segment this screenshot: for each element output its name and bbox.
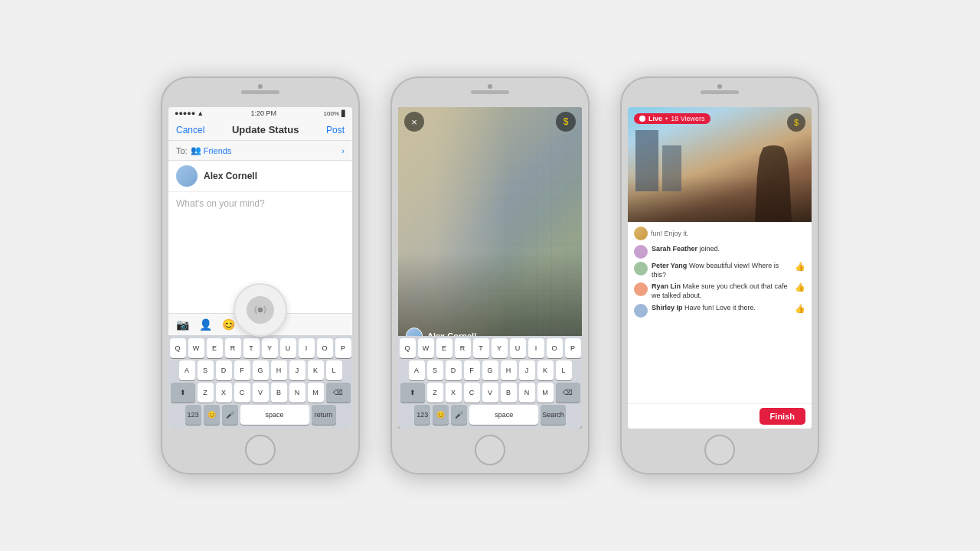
- p2-key-v[interactable]: V: [482, 383, 498, 403]
- audience-row[interactable]: To: 👥 Friends ›: [168, 141, 352, 161]
- close-button[interactable]: ×: [404, 112, 424, 132]
- key-h[interactable]: H: [271, 360, 287, 380]
- kb-row-1: Q W E R T Y U I O P: [170, 338, 351, 358]
- space-key[interactable]: space: [240, 405, 309, 425]
- p2-key-f[interactable]: F: [464, 360, 480, 380]
- comment-avatar-2: [634, 262, 648, 276]
- delete-key[interactable]: ⌫: [326, 383, 351, 403]
- p2-key-k[interactable]: K: [537, 360, 554, 380]
- p2-key-a[interactable]: A: [409, 360, 425, 380]
- p2-key-o[interactable]: O: [547, 338, 563, 358]
- finish-button[interactable]: Finish: [760, 408, 805, 425]
- p3-coin-button[interactable]: $: [787, 113, 805, 132]
- p2-key-z[interactable]: Z: [427, 383, 443, 403]
- kb-row-2: A S D F G H J K L: [170, 360, 351, 380]
- thumb-icon-3[interactable]: 👍: [795, 282, 805, 292]
- signal-dots: ●●●●●: [175, 109, 195, 117]
- p2-key-i[interactable]: I: [528, 338, 544, 358]
- p2-space-key[interactable]: space: [469, 405, 538, 425]
- home-button-1[interactable]: [245, 435, 276, 465]
- comment-avatar-3: [634, 282, 648, 296]
- p2-key-g[interactable]: G: [482, 360, 498, 380]
- key-w[interactable]: W: [188, 338, 204, 358]
- p2-key-y[interactable]: Y: [492, 338, 508, 358]
- key-z[interactable]: Z: [198, 383, 214, 403]
- numbers-key[interactable]: 123: [185, 405, 201, 425]
- p2-mic-key[interactable]: 🎤: [451, 405, 467, 425]
- key-t[interactable]: T: [243, 338, 260, 358]
- emoji-icon[interactable]: 😊: [220, 317, 236, 332]
- key-s[interactable]: S: [198, 360, 214, 380]
- like-icon-2[interactable]: 👍: [795, 262, 805, 272]
- mic-key[interactable]: 🎤: [222, 405, 238, 425]
- p2-delete-key[interactable]: ⌫: [556, 383, 580, 403]
- post-button[interactable]: Post: [326, 125, 345, 135]
- p2-shift-key[interactable]: ⬆: [400, 383, 425, 403]
- emoji-key[interactable]: 😊: [204, 405, 220, 425]
- key-n[interactable]: N: [289, 383, 305, 403]
- p2-search-key[interactable]: Search: [541, 405, 566, 425]
- p2-key-j[interactable]: J: [519, 360, 535, 380]
- return-key[interactable]: return: [312, 405, 336, 425]
- key-j[interactable]: J: [289, 360, 305, 380]
- p2-numbers-key[interactable]: 123: [414, 405, 430, 425]
- live-label: Live: [648, 115, 662, 122]
- key-f[interactable]: F: [234, 360, 250, 380]
- p2-key-e[interactable]: E: [436, 338, 452, 358]
- key-m[interactable]: M: [308, 383, 324, 403]
- p2-key-t[interactable]: T: [473, 338, 489, 358]
- thumb-icon-4[interactable]: 👍: [795, 304, 805, 314]
- key-k[interactable]: K: [308, 360, 324, 380]
- live-button[interactable]: [234, 283, 287, 337]
- fun-comment-text: fun! Enjoy it.: [651, 230, 689, 237]
- nav-bar-1: Cancel Update Status Post: [168, 119, 352, 141]
- p2-key-h[interactable]: H: [501, 360, 517, 380]
- key-e[interactable]: E: [207, 338, 223, 358]
- p2-key-p[interactable]: P: [565, 338, 581, 358]
- home-button-2[interactable]: [475, 435, 505, 465]
- comment-name-4: Shirley Ip: [652, 304, 683, 311]
- p2-key-b[interactable]: B: [501, 383, 517, 403]
- p2-key-n[interactable]: N: [519, 383, 535, 403]
- p2-kb-row-4: 123 😊 🎤 space Search: [400, 405, 580, 425]
- p2-key-w[interactable]: W: [418, 338, 434, 358]
- p2-key-r[interactable]: R: [455, 338, 471, 358]
- key-q[interactable]: Q: [170, 338, 186, 358]
- p2-key-c[interactable]: C: [464, 383, 480, 403]
- key-o[interactable]: O: [317, 338, 333, 358]
- p2-key-d[interactable]: D: [446, 360, 462, 380]
- camera-icon[interactable]: 📷: [175, 317, 190, 332]
- key-p[interactable]: P: [335, 338, 351, 358]
- key-i[interactable]: I: [299, 338, 315, 358]
- p2-key-x[interactable]: X: [446, 383, 462, 403]
- p2-emoji-key[interactable]: 😊: [433, 405, 449, 425]
- p2-key-m[interactable]: M: [537, 383, 554, 403]
- home-button-3[interactable]: [704, 435, 735, 465]
- live-icon: [247, 296, 274, 324]
- p2-key-q[interactable]: Q: [400, 338, 416, 358]
- key-g[interactable]: G: [253, 360, 269, 380]
- cancel-button[interactable]: Cancel: [176, 125, 204, 135]
- p2-key-s[interactable]: S: [427, 360, 443, 380]
- shift-key[interactable]: ⬆: [171, 383, 195, 403]
- key-x[interactable]: X: [216, 383, 232, 403]
- p2-key-l[interactable]: L: [556, 360, 572, 380]
- live-dot: [639, 116, 645, 122]
- tag-icon[interactable]: 👤: [198, 317, 213, 332]
- key-u[interactable]: U: [280, 338, 296, 358]
- avatar: [176, 165, 198, 187]
- p2-key-u[interactable]: U: [510, 338, 526, 358]
- coin-button[interactable]: $: [556, 112, 576, 132]
- key-r[interactable]: R: [225, 338, 241, 358]
- key-v[interactable]: V: [253, 383, 269, 403]
- kb-row-4: 123 😊 🎤 space return: [170, 405, 351, 425]
- key-a[interactable]: A: [179, 360, 195, 380]
- key-d[interactable]: D: [216, 360, 232, 380]
- comment-body-1: joined.: [700, 245, 720, 253]
- key-l[interactable]: L: [326, 360, 342, 380]
- live-video: Live • 18 Viewers $: [628, 107, 812, 222]
- battery-area: 100% ▊: [324, 110, 346, 117]
- key-y[interactable]: Y: [262, 338, 278, 358]
- key-c[interactable]: C: [234, 383, 250, 403]
- key-b[interactable]: B: [271, 383, 287, 403]
